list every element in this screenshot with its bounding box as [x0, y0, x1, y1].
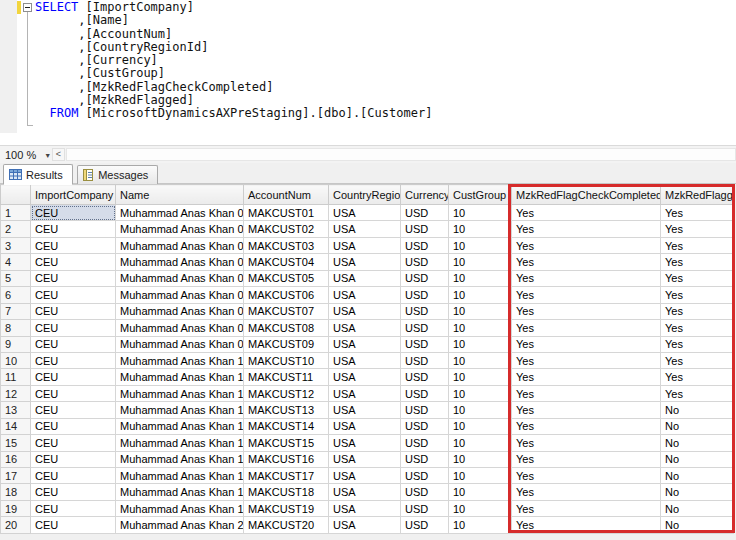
sql-editor[interactable]: SELECT [ImportCompany] ,[Name] ,[Account…: [0, 0, 736, 145]
grid-cell[interactable]: Yes: [512, 320, 661, 336]
grid-cell[interactable]: Muhammad Anas Khan 02: [116, 221, 244, 237]
grid-cell[interactable]: Muhammad Anas Khan 07: [116, 303, 244, 319]
grid-cell[interactable]: USD: [401, 402, 449, 418]
grid-cell[interactable]: Yes: [512, 369, 661, 385]
grid-cell[interactable]: Yes: [661, 287, 734, 303]
grid-cell[interactable]: USA: [329, 205, 401, 221]
grid-cell[interactable]: USD: [401, 468, 449, 484]
grid-cell[interactable]: USD: [401, 418, 449, 434]
grid-cell[interactable]: USA: [329, 237, 401, 253]
grid-cell[interactable]: 10: [449, 336, 512, 352]
grid-cell[interactable]: USA: [329, 451, 401, 467]
grid-cell[interactable]: USA: [329, 500, 401, 516]
grid-cell[interactable]: 10: [449, 352, 512, 368]
grid-cell[interactable]: MAKCUST17: [244, 468, 329, 484]
grid-cell[interactable]: Muhammad Anas Khan 08: [116, 320, 244, 336]
grid-cell[interactable]: Yes: [661, 336, 734, 352]
grid-cell[interactable]: 10: [449, 254, 512, 270]
row-number-header[interactable]: 17: [1, 468, 31, 484]
grid-cell[interactable]: Yes: [512, 435, 661, 451]
grid-cell[interactable]: CEU: [31, 418, 116, 434]
grid-cell[interactable]: USD: [401, 221, 449, 237]
grid-cell[interactable]: USA: [329, 221, 401, 237]
grid-cell[interactable]: Muhammad Anas Khan 10: [116, 352, 244, 368]
grid-cell[interactable]: Muhammad Anas Khan 01: [116, 205, 244, 221]
grid-cell[interactable]: No: [661, 402, 734, 418]
grid-cell[interactable]: 10: [449, 237, 512, 253]
grid-cell[interactable]: USA: [329, 484, 401, 500]
row-number-header[interactable]: 15: [1, 435, 31, 451]
tab-results[interactable]: Results: [3, 164, 73, 184]
grid-cell[interactable]: 10: [449, 500, 512, 516]
grid-cell[interactable]: MAKCUST18: [244, 484, 329, 500]
grid-cell[interactable]: Yes: [661, 237, 734, 253]
scroll-left-button[interactable]: <: [52, 148, 65, 161]
column-header[interactable]: CountryRegionId: [329, 185, 401, 205]
grid-cell[interactable]: MAKCUST02: [244, 221, 329, 237]
grid-cell[interactable]: Yes: [512, 221, 661, 237]
row-number-header[interactable]: 4: [1, 254, 31, 270]
grid-cell[interactable]: Muhammad Anas Khan 19: [116, 500, 244, 516]
grid-cell[interactable]: No: [661, 451, 734, 467]
grid-cell[interactable]: 10: [449, 221, 512, 237]
grid-cell[interactable]: USA: [329, 385, 401, 401]
grid-cell[interactable]: Muhammad Anas Khan 18: [116, 484, 244, 500]
grid-cell[interactable]: USD: [401, 320, 449, 336]
row-number-header[interactable]: 3: [1, 237, 31, 253]
column-header[interactable]: ImportCompany: [31, 185, 116, 205]
grid-cell[interactable]: USD: [401, 435, 449, 451]
grid-cell[interactable]: USD: [401, 385, 449, 401]
grid-cell[interactable]: Yes: [512, 303, 661, 319]
grid-cell[interactable]: USA: [329, 270, 401, 286]
grid-cell[interactable]: Muhammad Anas Khan 05: [116, 270, 244, 286]
grid-cell[interactable]: Yes: [661, 369, 734, 385]
row-number-header[interactable]: 7: [1, 303, 31, 319]
zoom-level-dropdown[interactable]: 100 % ▼: [0, 147, 51, 163]
grid-cell[interactable]: CEU: [31, 435, 116, 451]
row-number-header[interactable]: 5: [1, 270, 31, 286]
grid-cell[interactable]: 10: [449, 402, 512, 418]
grid-cell[interactable]: CEU: [31, 254, 116, 270]
grid-cell[interactable]: CEU: [31, 451, 116, 467]
grid-cell[interactable]: No: [661, 468, 734, 484]
grid-cell[interactable]: 10: [449, 320, 512, 336]
grid-cell[interactable]: Yes: [512, 287, 661, 303]
grid-cell[interactable]: USA: [329, 254, 401, 270]
grid-cell[interactable]: 10: [449, 517, 512, 533]
grid-cell[interactable]: USD: [401, 517, 449, 533]
grid-cell[interactable]: CEU: [31, 205, 116, 221]
grid-cell[interactable]: Yes: [512, 352, 661, 368]
grid-cell[interactable]: MAKCUST13: [244, 402, 329, 418]
row-number-header[interactable]: 2: [1, 221, 31, 237]
grid-cell[interactable]: MAKCUST08: [244, 320, 329, 336]
grid-cell[interactable]: CEU: [31, 287, 116, 303]
grid-cell[interactable]: USA: [329, 320, 401, 336]
row-number-header[interactable]: 12: [1, 385, 31, 401]
grid-cell[interactable]: USD: [401, 287, 449, 303]
row-number-header[interactable]: 11: [1, 369, 31, 385]
grid-cell[interactable]: Yes: [512, 418, 661, 434]
row-number-header[interactable]: 19: [1, 500, 31, 516]
grid-cell[interactable]: Yes: [661, 270, 734, 286]
grid-cell[interactable]: 10: [449, 303, 512, 319]
grid-cell[interactable]: CEU: [31, 385, 116, 401]
grid-cell[interactable]: Muhammad Anas Khan 11: [116, 369, 244, 385]
grid-cell[interactable]: USA: [329, 418, 401, 434]
grid-cell[interactable]: Yes: [661, 254, 734, 270]
grid-cell[interactable]: Muhammad Anas Khan 12: [116, 385, 244, 401]
row-number-header[interactable]: 18: [1, 484, 31, 500]
grid-cell[interactable]: USA: [329, 336, 401, 352]
grid-cell[interactable]: USA: [329, 303, 401, 319]
grid-cell[interactable]: 10: [449, 205, 512, 221]
grid-cell[interactable]: Muhammad Anas Khan 17: [116, 468, 244, 484]
grid-cell[interactable]: CEU: [31, 468, 116, 484]
grid-cell[interactable]: MAKCUST03: [244, 237, 329, 253]
grid-cell[interactable]: 10: [449, 287, 512, 303]
row-number-header[interactable]: 1: [1, 205, 31, 221]
grid-cell[interactable]: MAKCUST07: [244, 303, 329, 319]
grid-cell[interactable]: USA: [329, 402, 401, 418]
grid-cell[interactable]: 10: [449, 418, 512, 434]
grid-cell[interactable]: Yes: [512, 402, 661, 418]
grid-cell[interactable]: Yes: [661, 221, 734, 237]
grid-cell[interactable]: CEU: [31, 336, 116, 352]
